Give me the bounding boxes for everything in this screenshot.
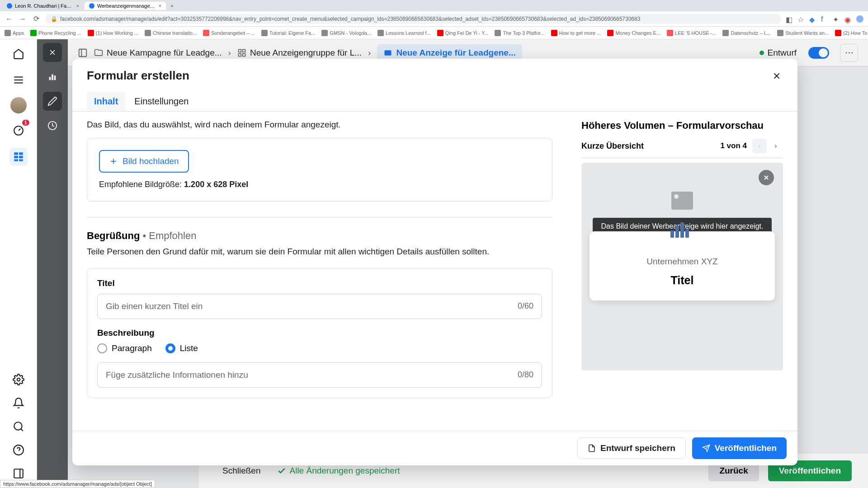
extension-icon[interactable]: ◆	[809, 15, 816, 23]
bookmark[interactable]: GMSN - Vologda...	[321, 30, 371, 36]
badge: 1	[22, 120, 29, 126]
bookmark[interactable]: Phone Recycling ...	[30, 30, 81, 36]
svg-rect-8	[14, 159, 18, 161]
bookmark[interactable]: Sonderangebot – ...	[203, 30, 255, 36]
title-input[interactable]: Gib einen kurzen Titel ein 0/60	[97, 294, 542, 319]
new-tab-button[interactable]: +	[167, 2, 177, 9]
modal-tabs: Inhalt Einstellungen	[72, 83, 797, 112]
back-icon[interactable]: ←	[5, 14, 14, 23]
placeholder-text: Füge zusätzliche Informationen hinzu	[106, 370, 248, 380]
svg-rect-14	[14, 469, 23, 478]
save-draft-button[interactable]: Entwurf speichern	[577, 437, 686, 459]
bookmark[interactable]: Student Wants an...	[777, 30, 829, 36]
tab-settings[interactable]: Einstellungen	[127, 92, 196, 111]
reload-icon[interactable]: ⟳	[32, 14, 41, 23]
radio-list[interactable]: Liste	[165, 343, 198, 353]
upload-card: Bild hochladen Empfohlene Bildgröße: 1.2…	[87, 138, 552, 202]
lock-icon: 🔒	[51, 16, 57, 22]
prev-arrow-right-icon[interactable]: ›	[769, 139, 783, 153]
tab-content[interactable]: Inhalt	[87, 92, 125, 111]
svg-rect-9	[19, 159, 23, 161]
close-icon[interactable]	[769, 68, 785, 84]
image-hint: Das Bild, das du auswählst, wird nach de…	[87, 120, 552, 130]
address-bar: ← → ⟳ 🔒 facebook.com/adsmanager/manage/a…	[0, 11, 868, 27]
svg-rect-5	[19, 152, 23, 155]
avatar-icon[interactable]	[856, 15, 863, 23]
browser-tab[interactable]: Werbeanzeigenmanager – We... ×	[85, 2, 166, 10]
browser-tab[interactable]: Leon R. Chaudhari | Facebook ×	[2, 2, 84, 10]
extension-icon[interactable]: f	[821, 15, 828, 23]
recommended-size: Empfohlene Bildgröße: 1.200 x 628 Pixel	[99, 180, 540, 189]
bookmark[interactable]: Apps	[5, 30, 24, 36]
preview-counter: 1 von 4	[720, 141, 747, 150]
close-icon[interactable]: ×	[159, 3, 161, 9]
svg-rect-4	[14, 152, 18, 155]
greeting-heading: Begrüßung • Empfohlen	[87, 230, 552, 242]
form-preview-pane: Höheres Volumen – Formularvorschau Kurze…	[567, 112, 797, 431]
svg-point-11	[14, 422, 22, 430]
modal-footer: Entwurf speichern Veröffentlichen	[72, 431, 797, 465]
home-icon[interactable]	[9, 45, 28, 63]
radio-paragraph[interactable]: Paragraph	[97, 343, 152, 353]
bookmark[interactable]: LEE 'S HOUSE -...	[667, 30, 716, 36]
browser-tabs: Leon R. Chaudhari | Facebook × Werbeanze…	[0, 0, 868, 11]
status-bar: https://www.facebook.com/adsmanager/mana…	[0, 480, 155, 488]
preview-box: Das Bild deiner Werbeanzeige wird hier a…	[581, 163, 783, 371]
divider	[87, 217, 552, 217]
preview-controls: Kurze Übersicht 1 von 4 ‹ ›	[581, 139, 783, 158]
bookmark[interactable]: The Top 3 Platfor...	[495, 30, 544, 36]
search-icon[interactable]	[9, 418, 28, 436]
url-text: facebook.com/adsmanager/manage/ads/edit?…	[60, 16, 640, 22]
modal-title: Formular erstellen	[87, 69, 783, 83]
prev-arrow-left-icon[interactable]: ‹	[752, 139, 767, 153]
placeholder-text: Gib einen kurzen Titel ein	[106, 301, 203, 311]
bookmark[interactable]: Chinese translatio...	[145, 30, 197, 36]
help-icon[interactable]	[9, 441, 28, 459]
extension-icon[interactable]: ◉	[844, 15, 852, 23]
grid-icon[interactable]	[9, 148, 28, 166]
form-editor: Das Bild, das du auswählst, wird nach de…	[72, 112, 567, 431]
preview-heading: Höheres Volumen – Formularvorschau	[581, 120, 783, 131]
image-icon	[671, 192, 693, 210]
bookmark[interactable]: (2) How To Add A...	[835, 30, 868, 36]
bookmark[interactable]: Lessons Learned f...	[377, 30, 431, 36]
close-icon[interactable]	[759, 170, 774, 185]
publish-button[interactable]: Veröffentlichen	[692, 437, 787, 459]
bookmark[interactable]: Qing Fei De Yi - Y...	[437, 30, 489, 36]
description-type-radios: Paragraph Liste	[97, 343, 542, 353]
forward-icon[interactable]: →	[18, 14, 27, 23]
svg-point-10	[17, 378, 20, 381]
star-icon[interactable]: ☆	[797, 15, 805, 23]
bookmark[interactable]: Datenschutz – L...	[722, 30, 771, 36]
bookmark[interactable]: How to get more ...	[551, 30, 601, 36]
gear-icon[interactable]	[9, 371, 28, 389]
bookmarks-bar: Apps Phone Recycling ... (1) How Working…	[0, 27, 868, 39]
upload-image-button[interactable]: Bild hochladen	[99, 150, 189, 173]
radio-icon	[97, 343, 107, 353]
gauge-icon[interactable]: 1	[9, 122, 28, 140]
extra-info-input[interactable]: Füge zusätzliche Informationen hinzu 0/8…	[97, 362, 542, 388]
menu-icon[interactable]	[9, 71, 28, 89]
avatar[interactable]	[10, 97, 27, 113]
preview-company: Unternehmen XYZ	[646, 257, 717, 267]
char-counter: 0/80	[518, 370, 533, 380]
char-counter: 0/60	[518, 301, 533, 311]
bookmark[interactable]: Tutorial: Eigene Fa...	[261, 30, 316, 36]
url-field[interactable]: 🔒 facebook.com/adsmanager/manage/ads/edi…	[45, 14, 781, 24]
bell-icon[interactable]	[9, 394, 28, 412]
puzzle-icon[interactable]: ✦	[833, 15, 840, 23]
radio-icon	[165, 343, 175, 353]
extension-icon[interactable]: ◧	[786, 15, 793, 23]
preview-title: Titel	[671, 274, 694, 287]
facebook-sidebar: 1	[0, 39, 37, 488]
preview-section-label: Kurze Übersicht	[581, 141, 644, 151]
plus-icon	[109, 157, 118, 166]
tab-title: Werbeanzeigenmanager – We...	[97, 3, 156, 9]
close-icon[interactable]: ×	[76, 3, 79, 9]
svg-rect-7	[19, 156, 23, 158]
title-label: Titel	[97, 278, 542, 288]
bookmark[interactable]: Money Changes E...	[607, 30, 660, 36]
description-label: Beschreibung	[97, 328, 542, 338]
bookmark[interactable]: (1) How Working ...	[88, 30, 138, 36]
document-icon	[588, 444, 596, 452]
